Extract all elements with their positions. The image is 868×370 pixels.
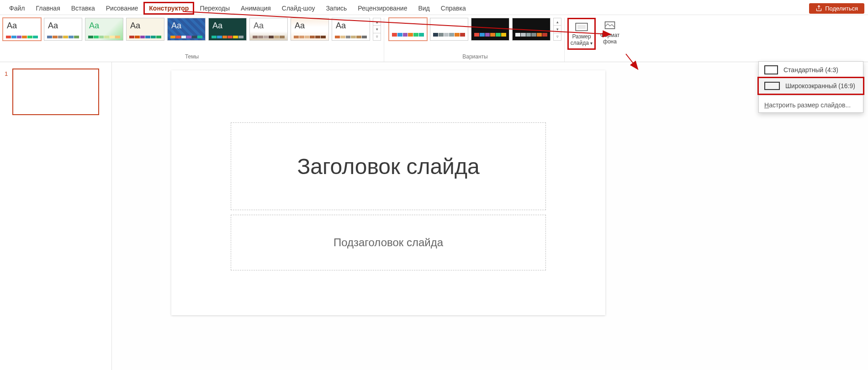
ribbon-design: AaAaAaAaAaAaAaAaAa▴▾▿ Темы ▴▾▿ Варианты … xyxy=(0,15,868,62)
slide-number: 1 xyxy=(5,70,8,77)
variants-nav-down[interactable]: ▾ xyxy=(554,26,561,33)
slide-size-button[interactable]: Размер слайда ▾ xyxy=(567,18,596,50)
menu-transitions[interactable]: Переходы xyxy=(194,2,235,15)
themes-nav-down[interactable]: ▾ xyxy=(373,26,381,33)
share-label: Поделиться xyxy=(825,5,858,12)
theme-color-bars xyxy=(170,36,202,38)
theme-aa-text: Aa xyxy=(130,21,140,31)
menu-animations[interactable]: Анимация xyxy=(235,2,276,15)
size-option-widescreen[interactable]: Широкоэкранный (16:9) xyxy=(757,77,864,95)
slide-editor-area[interactable]: Заголовок слайда Подзаголовок слайда xyxy=(112,62,868,370)
theme-aa-text: Aa xyxy=(336,21,346,31)
theme-aa-text: Aa xyxy=(212,21,222,31)
theme-thumb-4[interactable]: Aa xyxy=(167,18,206,41)
variant-thumb-0[interactable] xyxy=(389,18,427,41)
slide-title-placeholder[interactable]: Заголовок слайда xyxy=(231,122,546,210)
workspace: 1 Заголовок слайда Подзаголовок слайда xyxy=(0,62,868,370)
theme-color-bars xyxy=(47,36,79,38)
ribbon-group-variants: ▴▾▿ Варианты xyxy=(386,18,565,62)
menu-record[interactable]: Запись xyxy=(320,2,352,15)
menu-draw[interactable]: Рисование xyxy=(101,2,144,15)
aspect-16-9-icon xyxy=(764,82,780,90)
slide-thumbnail-pane: 1 xyxy=(0,62,112,370)
theme-aa-text: Aa xyxy=(48,21,58,31)
theme-thumb-5[interactable]: Aa xyxy=(208,18,247,41)
variant-color-bars xyxy=(392,33,424,37)
theme-thumb-6[interactable]: Aa xyxy=(249,18,288,41)
theme-thumb-1[interactable]: Aa xyxy=(44,18,82,41)
variants-nav-more[interactable]: ▿ xyxy=(554,33,561,40)
background-format-button[interactable]: Формат фона xyxy=(596,18,624,50)
theme-color-bars xyxy=(212,36,243,38)
theme-thumb-3[interactable]: Aa xyxy=(126,18,164,41)
menu-review[interactable]: Рецензирование xyxy=(352,2,413,15)
theme-aa-text: Aa xyxy=(254,21,264,31)
menu-slideshow[interactable]: Слайд-шоу xyxy=(276,2,321,15)
size-option-standard-label: Стандартный (4:3) xyxy=(783,66,838,74)
themes-nav-more[interactable]: ▿ xyxy=(373,33,381,40)
menu-view[interactable]: Вид xyxy=(413,2,435,15)
variant-thumb-3[interactable] xyxy=(512,18,550,41)
themes-gallery-nav: ▴▾▿ xyxy=(373,18,381,41)
menu-help[interactable]: Справка xyxy=(435,2,471,15)
theme-aa-text: Aa xyxy=(295,21,305,31)
share-button[interactable]: Поделиться xyxy=(809,3,864,14)
slide-thumbnail-1[interactable] xyxy=(12,69,99,115)
ribbon-group-customize: Размер слайда ▾ Формат фона xyxy=(565,18,627,62)
variant-color-bars xyxy=(474,33,506,37)
variants-group-label: Варианты xyxy=(462,53,487,62)
themes-gallery: AaAaAaAaAaAaAaAaAa▴▾▿ xyxy=(3,18,381,41)
themes-group-label: Темы xyxy=(185,53,199,62)
theme-aa-text: Aa xyxy=(7,21,17,31)
bg-format-label2: фона xyxy=(603,39,617,45)
theme-thumb-2[interactable]: Aa xyxy=(85,18,123,41)
variant-color-bars xyxy=(515,33,547,37)
variants-gallery-nav: ▴▾▿ xyxy=(553,18,561,41)
theme-color-bars xyxy=(253,36,285,38)
bg-format-label1: Формат xyxy=(600,32,620,39)
variant-thumb-2[interactable] xyxy=(471,18,509,41)
ribbon-group-themes: AaAaAaAaAaAaAaAaAa▴▾▿ Темы xyxy=(0,18,384,62)
slide-size-label2: слайда ▾ xyxy=(571,40,593,47)
menu-home[interactable]: Главная xyxy=(30,2,65,15)
svg-rect-1 xyxy=(577,25,586,29)
theme-aa-text: Aa xyxy=(89,21,99,31)
theme-color-bars xyxy=(294,36,326,38)
theme-color-bars xyxy=(129,36,161,38)
theme-thumb-0[interactable]: Aa xyxy=(3,18,41,41)
theme-color-bars xyxy=(88,36,120,38)
aspect-4-3-icon xyxy=(764,65,778,74)
themes-nav-up[interactable]: ▴ xyxy=(373,18,381,26)
variants-gallery: ▴▾▿ xyxy=(389,18,561,41)
theme-aa-text: Aa xyxy=(171,21,181,31)
size-option-custom[interactable]: Настроить размер слайдов... xyxy=(759,98,863,112)
slide-subtitle-placeholder[interactable]: Подзаголовок слайда xyxy=(231,215,546,270)
menu-bar: Файл Главная Вставка Рисование Конструкт… xyxy=(0,0,868,15)
size-menu-divider xyxy=(759,95,863,96)
share-icon xyxy=(815,5,822,12)
background-format-icon xyxy=(603,20,617,32)
variants-nav-up[interactable]: ▴ xyxy=(554,18,561,26)
menu-design[interactable]: Конструктор xyxy=(143,2,194,15)
size-custom-accel: Н xyxy=(764,101,769,109)
variant-thumb-1[interactable] xyxy=(430,18,468,41)
size-option-standard[interactable]: Стандартный (4:3) xyxy=(759,62,863,78)
slide-size-dropdown: Стандартный (4:3) Широкоэкранный (16:9) … xyxy=(758,61,863,113)
menu-insert[interactable]: Вставка xyxy=(66,2,101,15)
menu-file[interactable]: Файл xyxy=(4,2,30,15)
slide-size-icon xyxy=(575,21,588,33)
theme-thumb-8[interactable]: Aa xyxy=(332,18,370,41)
slide-size-label1: Размер xyxy=(572,34,591,40)
slide-canvas[interactable]: Заголовок слайда Подзаголовок слайда xyxy=(171,70,605,315)
size-option-widescreen-label: Широкоэкранный (16:9) xyxy=(785,82,855,90)
theme-color-bars xyxy=(6,36,38,38)
size-custom-label: астроить размер слайдов... xyxy=(769,101,851,109)
variant-color-bars xyxy=(433,33,465,37)
theme-color-bars xyxy=(335,36,367,38)
theme-thumb-7[interactable]: Aa xyxy=(291,18,329,41)
